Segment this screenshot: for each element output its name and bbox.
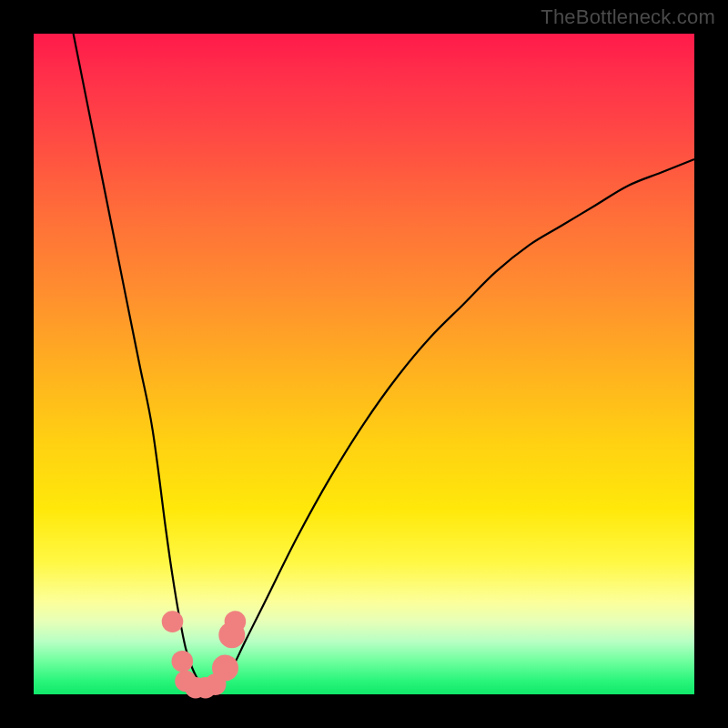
chart-frame: TheBottleneck.com: [0, 0, 728, 728]
curve-marker: [172, 651, 194, 672]
curve-marker: [212, 655, 238, 682]
curve-marker: [162, 611, 184, 632]
plot-area: [34, 34, 694, 694]
curve-markers: [162, 611, 247, 698]
curve-marker: [225, 611, 247, 632]
bottleneck-curve: [34, 34, 694, 694]
watermark-text: TheBottleneck.com: [541, 5, 715, 29]
curve-path: [74, 34, 694, 689]
